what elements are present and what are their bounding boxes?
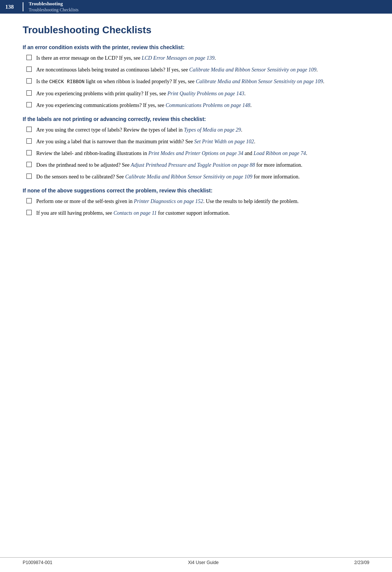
- link[interactable]: LCD Error Messages on page 139: [142, 55, 215, 61]
- header-title-main: Troubleshooting: [29, 1, 79, 7]
- link[interactable]: Calibrate Media and Ribbon Sensor Sensit…: [189, 67, 316, 73]
- link[interactable]: Types of Media on page 29: [184, 127, 241, 133]
- item-text: Does the printhead need to be adjusted? …: [36, 161, 302, 169]
- checklist-error-section: Is there an error message on the LCD? If…: [23, 54, 369, 109]
- page-title: Troubleshooting Checklists: [23, 24, 369, 36]
- checkbox-icon: [26, 198, 32, 203]
- item-text: Are you experiencing problems with print…: [36, 90, 245, 98]
- section-heading-none-section: If none of the above suggestions correct…: [23, 188, 369, 194]
- list-item: Is the CHECK RIBBON light on when ribbon…: [23, 78, 369, 86]
- header-title-sub: Troubleshooting Checklists: [29, 7, 79, 13]
- item-text: Is the CHECK RIBBON light on when ribbon…: [36, 78, 324, 86]
- item-text: Do the sensors need to be calibrated? Se…: [36, 173, 300, 181]
- footer-center: Xi4 User Guide: [188, 560, 219, 565]
- item-text: Are you experiencing communications prob…: [36, 101, 252, 109]
- footer: P1009874-001 Xi4 User Guide 2/23/09: [0, 557, 392, 565]
- list-item: Does the printhead need to be adjusted? …: [23, 161, 369, 169]
- header-bar: 138 Troubleshooting Troubleshooting Chec…: [0, 0, 392, 14]
- checkbox-icon: [26, 162, 32, 167]
- item-text: Is there an error message on the LCD? If…: [36, 54, 216, 62]
- checkbox-icon: [26, 67, 32, 72]
- link[interactable]: Set Print Width on page 102: [194, 139, 254, 144]
- checkbox-icon: [26, 127, 32, 132]
- main-content: Troubleshooting Checklists If an error c…: [0, 14, 392, 229]
- link[interactable]: Contacts on page 11: [114, 210, 157, 216]
- list-item: Review the label- and ribbon-loading ill…: [23, 149, 369, 157]
- link[interactable]: Adjust Printhead Pressure and Toggle Pos…: [131, 162, 255, 168]
- list-item: Do the sensors need to be calibrated? Se…: [23, 173, 369, 181]
- checkbox-icon: [26, 210, 32, 215]
- list-item: Are you using the correct type of labels…: [23, 126, 369, 134]
- list-item: Are you experiencing problems with print…: [23, 90, 369, 98]
- checkbox-icon: [26, 90, 32, 96]
- item-text: Review the label- and ribbon-loading ill…: [36, 149, 307, 157]
- link[interactable]: Calibrate Media and Ribbon Sensor Sensit…: [196, 79, 323, 84]
- item-text: Are you using a label that is narrower t…: [36, 138, 255, 146]
- link[interactable]: Calibrate Media and Ribbon Sensor Sensit…: [125, 174, 253, 180]
- checklist-labels-section: Are you using the correct type of labels…: [23, 126, 369, 181]
- checkbox-icon: [26, 150, 32, 155]
- list-item: Are you experiencing communications prob…: [23, 101, 369, 109]
- link[interactable]: Print Modes and Printer Options on page …: [148, 150, 244, 156]
- checkbox-icon: [26, 78, 32, 84]
- checkbox-icon: [26, 174, 32, 179]
- link[interactable]: Communications Problems on page 148: [166, 102, 250, 108]
- section-heading-labels-section: If the labels are not printing or advanc…: [23, 116, 369, 122]
- link[interactable]: Printer Diagnostics on page 152: [134, 198, 204, 204]
- code-text: CHECK RIBBON: [49, 79, 85, 85]
- footer-right: 2/23/09: [354, 560, 369, 565]
- list-item: Are noncontinuous labels being treated a…: [23, 66, 369, 74]
- checkbox-icon: [26, 138, 32, 144]
- item-text: If you are still having problems, see Co…: [36, 209, 230, 217]
- list-item: Are you using a label that is narrower t…: [23, 138, 369, 146]
- header-page-number: 138: [0, 0, 23, 14]
- link[interactable]: Load Ribbon on page 74: [254, 150, 306, 156]
- footer-left: P1009874-001: [23, 560, 52, 565]
- checklist-none-section: Perform one or more of the self-tests gi…: [23, 197, 369, 217]
- list-item: Perform one or more of the self-tests gi…: [23, 197, 369, 205]
- list-item: If you are still having problems, see Co…: [23, 209, 369, 217]
- item-text: Are noncontinuous labels being treated a…: [36, 66, 318, 74]
- sections-container: If an error condition exists with the pr…: [23, 44, 369, 217]
- checkbox-icon: [26, 102, 32, 107]
- header-text-block: Troubleshooting Troubleshooting Checklis…: [23, 0, 84, 14]
- item-text: Are you using the correct type of labels…: [36, 126, 242, 134]
- section-heading-error-section: If an error condition exists with the pr…: [23, 44, 369, 50]
- item-text: Perform one or more of the self-tests gi…: [36, 197, 299, 205]
- list-item: Is there an error message on the LCD? If…: [23, 54, 369, 62]
- link[interactable]: Print Quality Problems on page 143: [167, 91, 244, 96]
- checkbox-icon: [26, 55, 32, 60]
